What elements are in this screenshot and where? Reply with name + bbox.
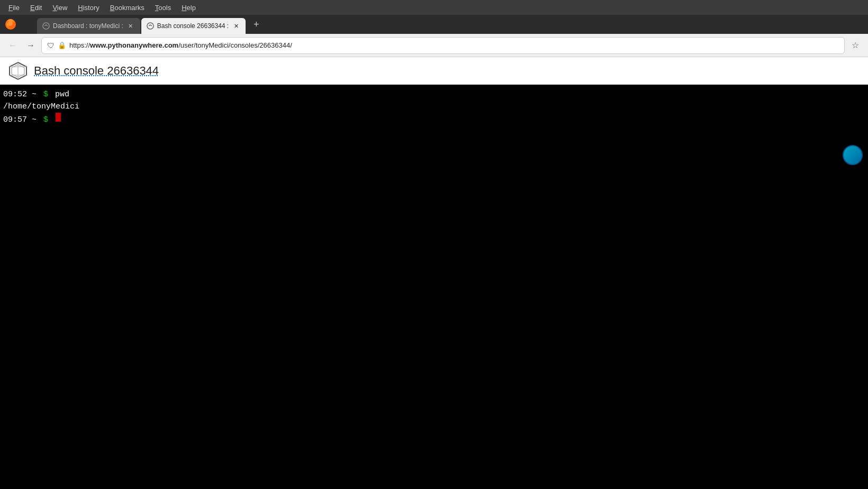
page-content: Bash console 26636344 09:52 ~ $ pwd /hom…: [0, 57, 868, 489]
browser-window: File Edit View History Bookmarks Tools H…: [0, 0, 868, 489]
svg-point-1: [43, 23, 49, 29]
term-cursor: [56, 113, 61, 122]
tab-dashboard[interactable]: Dashboard : tonyMedici : ✕: [37, 18, 140, 34]
tab-bash-icon: [147, 22, 154, 30]
term-time-1: 09:52: [3, 89, 27, 101]
menu-bookmarks[interactable]: Bookmarks: [106, 3, 149, 13]
terminal-line-2: /home/tonyMedici: [3, 101, 865, 113]
tab-dashboard-close[interactable]: ✕: [126, 22, 135, 30]
navbar: ← → 🛡 🔒 https://www.pythonanywhere.com/u…: [0, 34, 868, 57]
firefox-logo-icon: [4, 18, 17, 31]
bookmark-button[interactable]: ☆: [848, 38, 863, 53]
menubar: File Edit View History Bookmarks Tools H…: [0, 0, 868, 15]
menu-tools[interactable]: Tools: [151, 3, 175, 13]
shield-icon: 🛡: [47, 41, 55, 50]
term-dollar-1: $: [43, 89, 48, 101]
forward-button[interactable]: →: [23, 38, 38, 53]
tabbar: Dashboard : tonyMedici : ✕ Bash console …: [0, 15, 868, 34]
bookmark-icon: ☆: [852, 40, 859, 50]
back-button[interactable]: ←: [5, 38, 20, 53]
term-output-1: /home/tonyMedici: [3, 101, 79, 113]
url-protocol: https://: [69, 41, 90, 49]
tab-bash-title: Bash console 26636344 :: [157, 22, 229, 30]
page-title: Bash console 26636344: [34, 64, 159, 78]
url-path: /user/tonyMedici/consoles/26636344/: [178, 41, 292, 49]
tab-bash-close[interactable]: ✕: [232, 22, 240, 30]
term-tilde-2: ~: [32, 114, 37, 126]
terminal-line-3: 09:57 ~ $: [3, 113, 865, 126]
address-bar[interactable]: 🛡 🔒 https://www.pythonanywhere.com/user/…: [41, 37, 845, 54]
tab-bash[interactable]: Bash console 26636344 : ✕: [141, 18, 246, 34]
term-time-2: 09:57: [3, 114, 27, 126]
back-icon: ←: [8, 41, 17, 50]
terminal[interactable]: 09:52 ~ $ pwd /home/tonyMedici 09:57 ~ $: [0, 85, 868, 489]
new-tab-button[interactable]: +: [249, 17, 264, 32]
menu-history[interactable]: History: [74, 3, 103, 13]
pa-circle-icon: [843, 145, 863, 165]
svg-point-2: [147, 23, 153, 29]
url-domain: www.pythonanywhere.com: [90, 41, 178, 49]
menu-help[interactable]: Help: [177, 3, 200, 13]
term-tilde-1: ~: [32, 89, 37, 101]
pythonanywhere-logo-icon: [8, 61, 28, 80]
term-cmd-1: pwd: [55, 89, 69, 101]
page-header: Bash console 26636344: [0, 57, 868, 85]
tab-page-icon: [42, 22, 50, 30]
forward-icon: →: [26, 41, 35, 50]
url-text: https://www.pythonanywhere.com/user/tony…: [69, 41, 839, 49]
terminal-line-1: 09:52 ~ $ pwd: [3, 89, 865, 101]
tab-dashboard-title: Dashboard : tonyMedici :: [53, 22, 123, 30]
menu-edit[interactable]: Edit: [26, 3, 46, 13]
term-dollar-2: $: [43, 114, 48, 126]
lock-icon: 🔒: [58, 41, 66, 49]
menu-file[interactable]: File: [4, 3, 24, 13]
menu-view[interactable]: View: [48, 3, 71, 13]
